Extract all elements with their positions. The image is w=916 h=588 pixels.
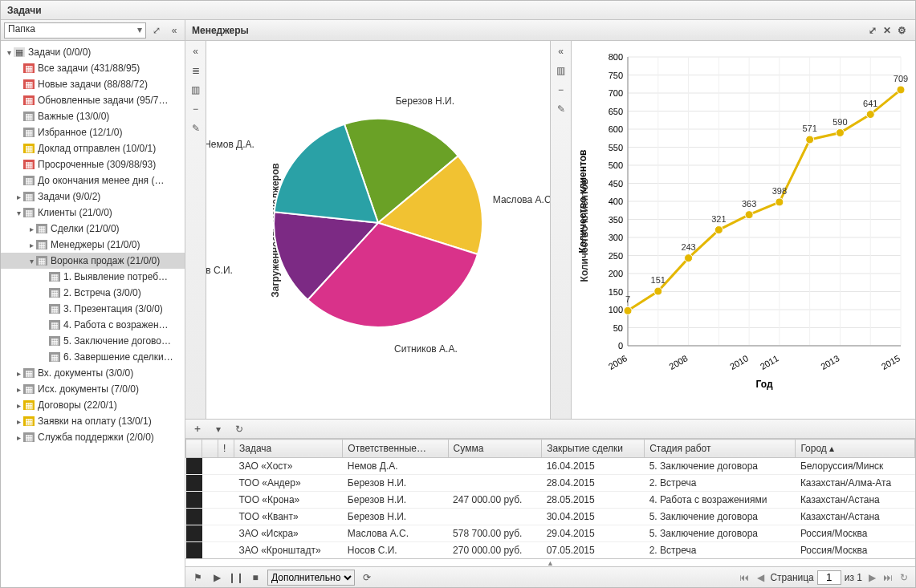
tree-item[interactable]: ▸▦Задачи (9/0/2) (1, 189, 185, 205)
column-header[interactable]: Закрытие сделки (542, 440, 645, 458)
svg-text:151: 151 (651, 275, 666, 285)
tree-item-label: Обновленные задачи (95/7… (38, 95, 168, 106)
tree-item[interactable]: ▦Важные (13/0/0) (1, 108, 185, 124)
cell: Россия/Москва (796, 525, 915, 542)
tree-item[interactable]: ▦5. Заключение догово… (1, 333, 185, 349)
close-icon[interactable]: ✕ (880, 23, 894, 38)
first-page-icon[interactable]: ⏮ (738, 572, 751, 583)
tree-item[interactable]: ▦До окончания менее дня (… (1, 172, 185, 189)
collapse-left-icon[interactable]: « (189, 44, 203, 59)
last-page-icon[interactable]: ⏭ (881, 572, 894, 583)
folder-icon: ▦ (49, 288, 60, 298)
page-input[interactable] (817, 570, 841, 585)
tree-item[interactable]: ▦2. Встреча (3/0/0) (1, 285, 185, 301)
table-row[interactable]: ТОО «Квант»Березов Н.И.30.04.20155. Закл… (186, 509, 915, 525)
tree-item[interactable]: ▦Избранное (12/1/0) (1, 124, 185, 140)
tree-item[interactable]: ▾▦Воронка продаж (21/0/0) (1, 253, 185, 269)
column-header[interactable]: Ответственные… (343, 440, 448, 458)
svg-text:300: 300 (609, 233, 623, 242)
dropdown-icon[interactable]: ▾ (211, 422, 226, 436)
folder-icon: ▦ (23, 368, 35, 378)
extra-select[interactable]: Дополнительно (267, 570, 355, 586)
tree-item[interactable]: ▦Обновленные задачи (95/7… (1, 92, 185, 108)
cell: 07.05.2015 (542, 542, 645, 559)
column-header[interactable]: Стадия работ (645, 440, 796, 458)
tree-item[interactable]: ▸▦Вх. документы (3/0/0) (1, 365, 185, 381)
svg-text:50: 50 (613, 323, 623, 333)
chart-icon[interactable]: ▥ (554, 63, 568, 78)
tree-item[interactable]: ▸▦Менеджеры (21/0/0) (1, 237, 185, 253)
refresh-icon[interactable]: ↻ (232, 422, 246, 436)
expand-all-icon[interactable]: ⤢ (865, 23, 880, 38)
tree-item[interactable]: ▦6. Завершение сделки… (1, 349, 185, 365)
table-row[interactable]: ЗАО «Хост»Немов Д.А.16.04.20155. Заключе… (186, 458, 915, 475)
pause-icon[interactable]: ❙❙ (229, 570, 243, 585)
tree-item[interactable]: ▸▦Договоры (22/0/1) (1, 397, 185, 413)
folder-icon: ▦ (49, 320, 60, 330)
minus-icon[interactable]: − (189, 102, 203, 116)
column-header[interactable] (202, 440, 218, 458)
tree-item-label: Менеджеры (21/0/0) (51, 239, 140, 250)
list-icon[interactable]: ≣ (189, 63, 203, 78)
minus-icon[interactable]: − (554, 83, 568, 97)
tree-item[interactable]: ▦3. Презентация (3/0/0) (1, 301, 185, 317)
collapse-icon[interactable]: « (167, 23, 181, 38)
folder-icon: ▦ (23, 95, 35, 105)
cell: ТОО «Крона» (234, 492, 343, 509)
tree-item[interactable]: ▦Просроченные (309/88/93) (1, 156, 185, 172)
tree-item[interactable]: ▦Доклад отправлен (10/0/1) (1, 140, 185, 156)
tree-item[interactable]: ▸▦Исх. документы (7/0/0) (1, 381, 185, 397)
pencil-icon[interactable]: ✎ (554, 102, 568, 116)
svg-text:321: 321 (711, 214, 726, 224)
column-header[interactable]: Город ▴ (796, 440, 915, 458)
add-icon[interactable]: ＋ (190, 422, 205, 436)
table-row[interactable]: ТОО «Крона»Березов Н.И.247 000.00 руб.28… (186, 492, 915, 509)
table-row[interactable]: ЗАО «Кронштадт»Носов С.И.270 000.00 руб.… (186, 542, 915, 559)
tree-item[interactable]: ▦Все задачи (431/88/95) (1, 60, 185, 76)
svg-point-58 (745, 211, 753, 219)
tree-item-label: До окончания менее дня (… (38, 175, 164, 186)
column-header[interactable] (186, 440, 202, 458)
tree-item[interactable]: ▦4. Работа с возражен… (1, 317, 185, 333)
folder-icon: ▦ (23, 176, 35, 185)
svg-text:500: 500 (609, 160, 623, 170)
cell: 30.04.2015 (542, 509, 645, 525)
column-header[interactable]: ! (218, 440, 234, 458)
tree-item[interactable]: ▾▦Задачи (0/0/0) (1, 44, 185, 60)
stop-icon[interactable]: ■ (248, 570, 263, 585)
line-chart-svg: 0501001502002503003504004505005506006507… (572, 41, 915, 394)
table-row[interactable]: ТОО «Андер»Березов Н.И.28.04.20152. Встр… (186, 475, 915, 492)
folder-icon: ▦ (23, 384, 35, 394)
table-row[interactable]: ЗАО «Искра»Маслова А.С.578 700.00 руб.29… (186, 525, 915, 542)
gear-icon[interactable]: ⚙ (894, 23, 909, 38)
next-page-icon[interactable]: ▶ (865, 572, 878, 583)
play-icon[interactable]: ▶ (210, 570, 224, 585)
tree-item[interactable]: ▸▦Служба поддержки (2/0/0) (1, 429, 185, 445)
cell: ЗАО «Искра» (234, 525, 343, 542)
column-header[interactable]: Сумма (448, 440, 542, 458)
gear-refresh-icon[interactable]: ⟳ (360, 570, 374, 585)
window-titlebar: Задачи (1, 1, 915, 20)
tree-item[interactable]: ▾▦Клиенты (21/0/0) (1, 205, 185, 221)
flag-icon[interactable]: ⚑ (190, 570, 205, 585)
cell: Березов Н.И. (343, 509, 448, 525)
collapse-left-icon[interactable]: « (554, 44, 568, 59)
cell: Немов Д.А. (343, 458, 448, 475)
svg-text:200: 200 (609, 269, 623, 278)
folder-icon: ▦ (49, 352, 60, 362)
expand-icon[interactable]: ⤢ (149, 23, 164, 38)
cell: Казахстан/Астана (796, 509, 915, 525)
tree-item[interactable]: ▸▦Сделки (21/0/0) (1, 221, 185, 237)
pencil-icon[interactable]: ✎ (189, 121, 203, 136)
tree-item[interactable]: ▦1. Выявление потреб… (1, 269, 185, 285)
reload-icon[interactable]: ↻ (898, 572, 910, 583)
tree-item[interactable]: ▸▦Заявки на оплату (13/0/1) (1, 413, 185, 429)
chart-icon[interactable]: ▥ (189, 83, 203, 97)
column-header[interactable]: Задача (234, 440, 343, 458)
pager-caret-icon[interactable]: ▲ (185, 558, 915, 566)
tree-item[interactable]: ▦Новые задачи (88/88/72) (1, 76, 185, 92)
prev-page-icon[interactable]: ◀ (754, 572, 767, 583)
svg-text:750: 750 (609, 71, 623, 80)
folder-select[interactable]: Папка (4, 22, 146, 39)
folder-icon: ▦ (23, 112, 35, 121)
